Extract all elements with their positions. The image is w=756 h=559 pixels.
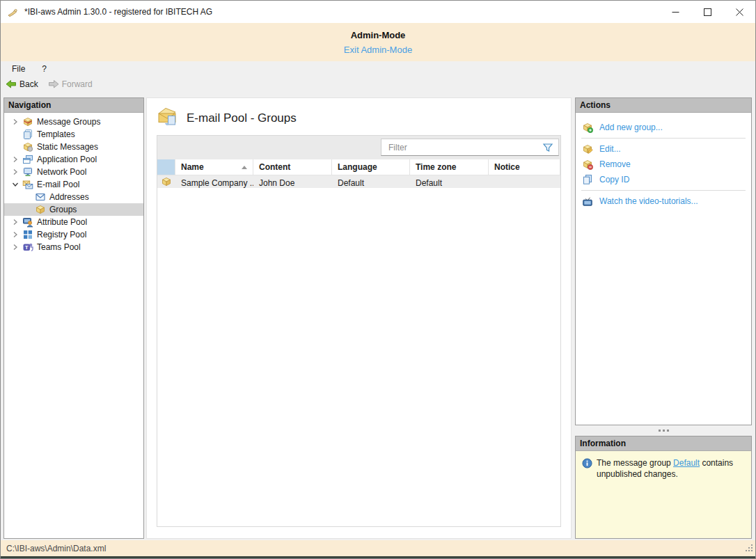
column-icon-header[interactable] xyxy=(157,159,175,175)
page-title: E-mail Pool - Groups xyxy=(187,111,297,125)
action-label: Copy ID xyxy=(599,175,629,184)
filter-input[interactable] xyxy=(381,139,559,156)
action-remove[interactable]: Remove xyxy=(576,157,751,172)
nav-item-label: Teams Pool xyxy=(37,242,81,252)
filter-bar xyxy=(157,136,560,159)
information-header: Information xyxy=(576,436,751,451)
actions-panel: Actions Add new group...Edit...RemoveCop… xyxy=(575,97,752,425)
nav-item-message-groups[interactable]: Message Groups xyxy=(4,116,143,128)
action-watch-the-video-tutorials[interactable]: Watch the video-tutorials... xyxy=(576,194,751,209)
default-group-link[interactable]: Default xyxy=(673,458,700,468)
forward-arrow-icon xyxy=(48,79,59,90)
menu-file[interactable]: File xyxy=(12,64,25,74)
filter-funnel-icon[interactable] xyxy=(542,142,553,153)
info-icon xyxy=(581,457,592,469)
actions-separator xyxy=(581,138,746,139)
chevron-right-icon[interactable] xyxy=(8,217,22,227)
toolbar: Back Forward xyxy=(1,76,755,93)
statusbar-path: C:\IBI-aws\Admin\Data.xml xyxy=(6,544,106,553)
nav-item-network-pool[interactable]: Network Pool xyxy=(4,166,143,178)
sort-ascending-icon xyxy=(242,166,247,169)
titlebar: *IBI-aws Admin 1.30.0 - registered for I… xyxy=(1,1,755,23)
minimize-icon[interactable] xyxy=(659,1,691,23)
forward-button[interactable]: Forward xyxy=(48,79,93,90)
edit-group-icon xyxy=(582,143,593,155)
nav-item-label: Addresses xyxy=(49,192,89,202)
exit-admin-mode-link[interactable]: Exit Admin-Mode xyxy=(344,45,412,55)
table-row[interactable]: Sample Company ...John DoeDefaultDefault xyxy=(157,175,560,188)
copy-id-icon xyxy=(582,174,593,185)
menu-help[interactable]: ? xyxy=(42,64,47,74)
nav-item-addresses[interactable]: Addresses xyxy=(4,191,143,203)
admin-mode-banner: Admin-Mode Exit Admin-Mode xyxy=(1,23,755,61)
chevron-right-icon[interactable] xyxy=(8,155,22,164)
window-controls xyxy=(659,1,755,23)
groups-icon xyxy=(35,204,46,215)
email-pool-icon xyxy=(22,179,33,190)
nav-item-attribute-pool[interactable]: Attribute Pool xyxy=(4,216,143,228)
nav-item-e-mail-pool[interactable]: E-mail Pool xyxy=(4,178,143,191)
remove-group-icon xyxy=(582,159,593,170)
chevron-down-icon[interactable] xyxy=(8,180,22,189)
svg-text:T: T xyxy=(25,244,29,251)
nav-item-label: Groups xyxy=(49,205,77,214)
column-header-language[interactable]: Language xyxy=(332,159,410,175)
table-empty-area xyxy=(157,188,560,526)
nav-item-templates[interactable]: Templates xyxy=(4,128,143,141)
action-label: Watch the video-tutorials... xyxy=(599,196,698,206)
app-icon[interactable] xyxy=(7,6,19,18)
nav-item-registry-pool[interactable]: Registry Pool xyxy=(4,228,143,241)
add-group-icon xyxy=(582,122,593,133)
table-cell: Sample Company ... xyxy=(175,175,253,188)
nav-item-static-messages[interactable]: Static Messages xyxy=(4,141,143,153)
column-header-notice[interactable]: Notice xyxy=(489,159,560,175)
chevron-right-icon[interactable] xyxy=(8,230,22,239)
table-header: NameContentLanguageTime zoneNotice xyxy=(157,159,560,175)
nav-item-label: Network Pool xyxy=(37,167,86,177)
table-cell xyxy=(489,175,560,188)
maximize-icon[interactable] xyxy=(691,1,723,23)
groups-table: NameContentLanguageTime zoneNotice Sampl… xyxy=(157,135,561,527)
table-body: Sample Company ...John DoeDefaultDefault xyxy=(157,175,560,188)
action-copy-id[interactable]: Copy ID xyxy=(576,172,751,187)
window-bottom-edge xyxy=(1,556,755,558)
info-message: The message group Default contains unpub… xyxy=(597,457,744,480)
action-edit[interactable]: Edit... xyxy=(576,141,751,157)
resize-grip[interactable] xyxy=(744,543,753,554)
templates-icon xyxy=(22,129,33,140)
chevron-right-icon[interactable] xyxy=(8,242,22,252)
column-header-content[interactable]: Content xyxy=(253,159,332,175)
app-window: *IBI-aws Admin 1.30.0 - registered for I… xyxy=(0,0,756,559)
navigation-panel: Navigation Message GroupsTemplatesStatic… xyxy=(3,97,144,539)
table-cell: John Doe xyxy=(253,175,332,188)
network-pool-icon xyxy=(22,166,33,178)
column-header-time-zone[interactable]: Time zone xyxy=(410,159,489,175)
chevron-right-icon[interactable] xyxy=(8,117,22,127)
attribute-pool-icon xyxy=(22,216,33,228)
column-header-name[interactable]: Name xyxy=(175,159,253,175)
close-icon[interactable] xyxy=(723,1,755,23)
information-body: The message group Default contains unpub… xyxy=(576,451,751,480)
menubar: File ? xyxy=(1,61,755,76)
forward-label: Forward xyxy=(62,79,93,89)
nav-item-label: Static Messages xyxy=(37,142,98,152)
action-add-new-group[interactable]: Add new group... xyxy=(576,120,751,135)
actions-separator xyxy=(581,190,746,191)
chevron-right-icon[interactable] xyxy=(8,167,22,177)
right-column: Actions Add new group...Edit...RemoveCop… xyxy=(575,97,752,539)
window-title: *IBI-aws Admin 1.30.0 - registered for I… xyxy=(24,7,212,17)
actions-header: Actions xyxy=(576,98,751,113)
panel-splitter[interactable] xyxy=(575,425,752,436)
page-title-row: E-mail Pool - Groups xyxy=(147,98,571,132)
email-pool-groups-icon xyxy=(157,107,178,129)
nav-item-application-pool[interactable]: Application Pool xyxy=(4,153,143,166)
action-label: Remove xyxy=(599,159,631,169)
nav-item-teams-pool[interactable]: TTeams Pool xyxy=(4,241,143,253)
back-label: Back xyxy=(19,79,38,89)
nav-item-groups[interactable]: Groups xyxy=(4,203,143,216)
nav-item-label: Application Pool xyxy=(37,155,97,164)
workspace: Navigation Message GroupsTemplatesStatic… xyxy=(1,93,755,540)
back-button[interactable]: Back xyxy=(6,79,38,90)
table-cell: Default xyxy=(332,175,410,188)
navigation-header: Navigation xyxy=(4,98,143,113)
